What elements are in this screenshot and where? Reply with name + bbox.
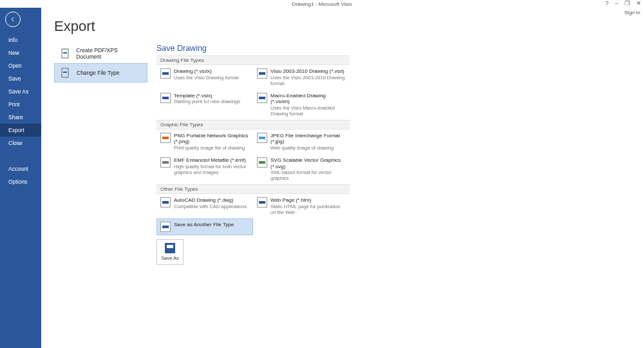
file-type-desc: Static HTML page for publication on the … bbox=[270, 204, 346, 215]
restore-button[interactable]: ❐ bbox=[625, 0, 630, 6]
file-type-name: PNG Portable Network Graphics (*.png) bbox=[174, 133, 249, 145]
back-button[interactable] bbox=[5, 12, 21, 27]
file-type-icon bbox=[257, 68, 267, 79]
page-title: Export bbox=[54, 18, 631, 35]
file-type-svg-scalable-vector-graphics-svg[interactable]: SVG Scalable Vector Graphics (*.svg)XML-… bbox=[253, 154, 350, 184]
export-item-create-pdf-xps-document[interactable]: Create PDF/XPS Document bbox=[54, 44, 147, 63]
file-type-desc: Web quality image of drawing bbox=[270, 145, 346, 151]
file-type-name: AutoCAD Drawing (*.dwg) bbox=[174, 197, 247, 204]
file-type-drawing-vsdx[interactable]: Drawing (*.vsdx)Uses the Visio Drawing f… bbox=[156, 65, 253, 90]
file-type-name: Template (*.vstx) bbox=[174, 93, 240, 99]
file-type-icon bbox=[160, 222, 171, 232]
export-item-change-file-type[interactable]: Change File Type bbox=[54, 63, 147, 82]
sidebar-item-info[interactable]: Info bbox=[0, 34, 41, 46]
export-action-list: Create PDF/XPS DocumentChange File Type bbox=[54, 44, 147, 265]
pdf-icon bbox=[60, 48, 71, 59]
file-type-desc: Starting point for new drawings bbox=[174, 99, 240, 104]
file-type-emf-enhanced-metafile-emf[interactable]: EMF Enhanced Metafile (*.emf)High qualit… bbox=[156, 154, 253, 184]
section-header: Other File Types bbox=[156, 184, 350, 194]
arrow-left-icon bbox=[9, 15, 17, 23]
file-type-desc: Uses the Visio Drawing format bbox=[174, 75, 239, 81]
file-type-icon bbox=[160, 133, 171, 143]
sidebar-item-close[interactable]: Close bbox=[0, 137, 41, 150]
section-header: Drawing File Types bbox=[156, 55, 350, 65]
file-type-web-page-htm[interactable]: Web Page (*.htm)Static HTML page for pub… bbox=[253, 194, 350, 218]
save-as-button-label: Save As bbox=[161, 255, 179, 261]
file-type-icon bbox=[160, 93, 171, 103]
file-type-name: Save as Another File Type bbox=[174, 222, 234, 228]
file-type-name: Web Page (*.htm) bbox=[270, 197, 346, 204]
sidebar-item-account[interactable]: Account bbox=[0, 162, 41, 175]
file-type-macro-enabled-drawing-vsdm[interactable]: Macro-Enabled Drawing (*.vsdm)Uses the V… bbox=[253, 90, 350, 120]
file-type-icon bbox=[257, 157, 267, 168]
sidebar-item-new[interactable]: New bbox=[0, 46, 41, 59]
backstage-sidebar: InfoNewOpenSaveSave AsPrintShareExportCl… bbox=[0, 8, 41, 348]
file-type-name: SVG Scalable Vector Graphics (*.svg) bbox=[270, 157, 346, 169]
help-button[interactable]: ? bbox=[605, 0, 609, 6]
file-type-icon bbox=[160, 157, 171, 168]
file-type-desc: High quality format for both vector grap… bbox=[174, 164, 249, 175]
file-type-desc: Uses the Visio 2003-2010 Drawing format bbox=[270, 75, 346, 86]
main-panel: Export Create PDF/XPS DocumentChange Fil… bbox=[41, 8, 644, 348]
sidebar-item-save-as[interactable]: Save As bbox=[0, 85, 41, 98]
file-type-desc: Print quality image file of drawing bbox=[174, 145, 249, 151]
export-item-label: Change File Type bbox=[77, 70, 119, 76]
file-type-icon bbox=[257, 197, 267, 208]
export-item-label: Create PDF/XPS Document bbox=[76, 47, 142, 60]
file-type-icon bbox=[160, 68, 171, 79]
file-type-jpeg-file-interchange-format-jpg[interactable]: JPEG File Interchange Format (*.jpg)Web … bbox=[253, 130, 350, 154]
file-type-icon bbox=[160, 197, 171, 208]
save-drawing-panel: Save Drawing Drawing File TypesDrawing (… bbox=[156, 44, 350, 265]
file-type-desc: Compatible with CAD applications bbox=[174, 204, 247, 209]
file-type-desc: Uses the Visio Macro-enabled Drawing for… bbox=[270, 105, 346, 117]
sidebar-item-options[interactable]: Options bbox=[0, 175, 41, 188]
sidebar-item-save[interactable]: Save bbox=[0, 72, 41, 85]
file-type-icon bbox=[257, 93, 267, 103]
sidebar-item-print[interactable]: Print bbox=[0, 98, 41, 111]
titlebar: Drawing1 - Microsoft Visio ? – ❐ ✕ bbox=[0, 0, 644, 8]
save-as-button[interactable]: Save As bbox=[156, 239, 184, 265]
file-type-name: EMF Enhanced Metafile (*.emf) bbox=[174, 157, 249, 164]
window-controls: ? – ❐ ✕ bbox=[605, 0, 641, 6]
save-drawing-title: Save Drawing bbox=[156, 44, 350, 53]
sidebar-item-open[interactable]: Open bbox=[0, 59, 41, 72]
file-type-visio-drawing-vsd[interactable]: Visio 2003-2010 Drawing (*.vsd)Uses the … bbox=[253, 65, 350, 90]
file-type-name: Macro-Enabled Drawing (*.vsdm) bbox=[270, 93, 346, 105]
sidebar-item-share[interactable]: Share bbox=[0, 111, 41, 124]
section-header: Graphic File Types bbox=[156, 120, 350, 130]
file-type-name: Visio 2003-2010 Drawing (*.vsd) bbox=[270, 68, 346, 75]
file-type-png-portable-network-graphics-png[interactable]: PNG Portable Network Graphics (*.png)Pri… bbox=[156, 130, 253, 154]
window-title: Drawing1 - Microsoft Visio bbox=[292, 1, 352, 7]
file-type-template-vstx[interactable]: Template (*.vstx)Starting point for new … bbox=[156, 90, 253, 120]
file-type-save-as-another-file-type[interactable]: Save as Another File Type bbox=[156, 218, 253, 235]
svg-rect-3 bbox=[63, 72, 67, 73]
svg-rect-1 bbox=[63, 52, 67, 53]
change-icon bbox=[60, 67, 71, 79]
minimize-button[interactable]: – bbox=[615, 0, 618, 6]
sidebar-item-export[interactable]: Export bbox=[0, 124, 41, 137]
file-type-name: Drawing (*.vsdx) bbox=[174, 68, 239, 75]
file-type-icon bbox=[257, 133, 267, 143]
file-type-autocad-drawing-dwg[interactable]: AutoCAD Drawing (*.dwg)Compatible with C… bbox=[156, 194, 253, 218]
close-button[interactable]: ✕ bbox=[636, 0, 641, 6]
save-icon bbox=[165, 243, 175, 253]
file-type-desc: XML-based format for vector graphics bbox=[270, 169, 346, 181]
file-type-name: JPEG File Interchange Format (*.jpg) bbox=[270, 133, 346, 145]
